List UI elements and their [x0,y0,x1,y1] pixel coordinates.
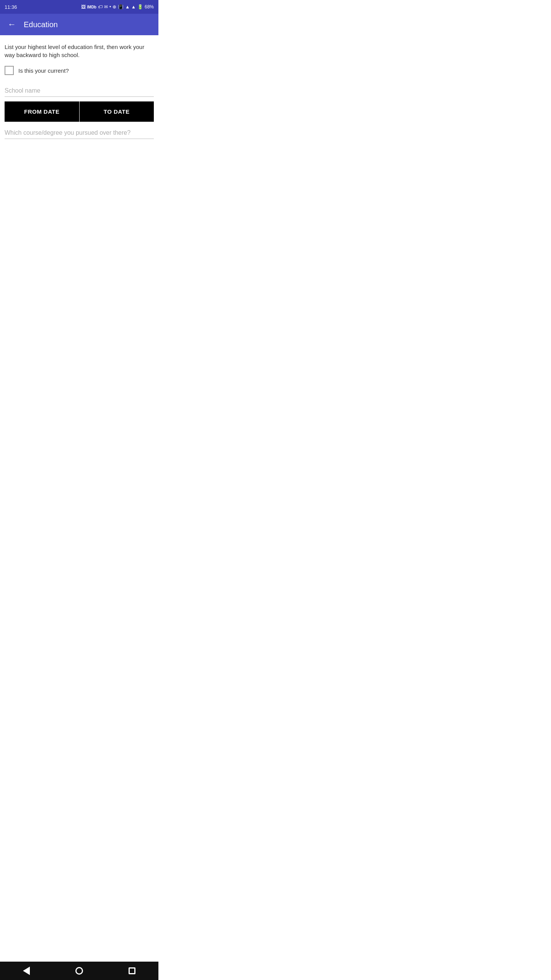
instruction-text: List your highest level of education fir… [5,43,154,59]
add-circle-icon: ⊕ [112,4,116,10]
status-bar: 11:36 🖼 IMDb 🏷 ✉ • ⊕ 📳 ▲ ▲ 🔋 68% [0,0,158,14]
imdb-icon: IMDb [87,5,96,9]
app-bar: ← Education [0,14,158,35]
course-degree-input[interactable] [5,126,154,139]
mail-icon: ✉ [104,4,108,10]
school-name-wrapper [5,84,154,97]
status-icons: 🖼 IMDb 🏷 ✉ • ⊕ 📳 ▲ ▲ 🔋 68% [81,4,154,10]
photo-icon: 🖼 [81,4,86,10]
back-arrow-icon: ← [8,20,16,29]
page-title: Education [24,20,58,29]
battery-icon: 🔋 [137,4,143,10]
dot-icon: • [109,4,111,10]
current-checkbox-row: Is this your current? [5,66,154,75]
school-name-input[interactable] [5,84,154,97]
tag-icon: 🏷 [98,4,103,10]
from-date-button[interactable]: FROM DATE [5,101,79,122]
current-checkbox-label: Is this your current? [18,67,69,74]
to-date-button[interactable]: TO DATE [80,101,154,122]
date-buttons-row: FROM DATE TO DATE [5,101,154,122]
current-checkbox[interactable] [5,66,14,75]
main-content: List your highest level of education fir… [0,35,158,145]
back-button[interactable]: ← [6,18,18,31]
wifi-icon: ▲ [125,4,130,10]
vibrate-icon: 📳 [118,4,124,10]
status-time: 11:36 [5,4,17,10]
battery-percent: 68% [145,4,154,10]
signal-icon: ▲ [131,4,136,10]
